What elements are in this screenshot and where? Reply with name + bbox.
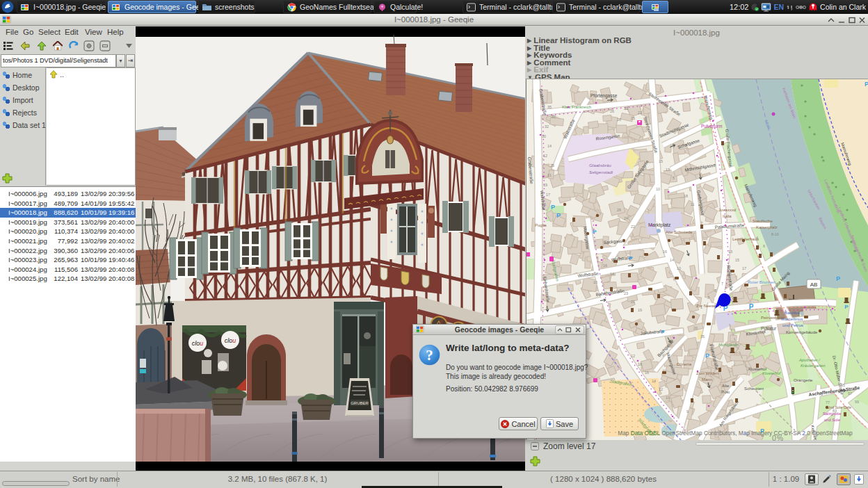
svg-text:17: 17	[546, 193, 550, 197]
svg-text:23: 23	[624, 106, 628, 111]
svg-text:19: 19	[543, 183, 547, 187]
svg-text:23: 23	[624, 291, 628, 295]
svg-text:P: P	[836, 275, 840, 282]
svg-text:83: 83	[833, 409, 837, 413]
svg-text:Map Data ODBL OpenStreetMap Co: Map Data ODBL OpenStreetMap Contributors…	[618, 430, 853, 437]
svg-text:12: 12	[543, 154, 547, 158]
svg-text:16: 16	[663, 250, 667, 254]
svg-text:Staufische: Staufische	[753, 218, 773, 223]
svg-text:9: 9	[686, 409, 689, 414]
svg-text:P: P	[593, 229, 597, 235]
svg-text:3: 3	[707, 295, 709, 300]
svg-text:77: 77	[826, 400, 830, 405]
svg-text:18: 18	[684, 194, 688, 198]
svg-text:99: 99	[855, 400, 859, 404]
svg-text:10: 10	[666, 396, 670, 400]
svg-text:Zur Neewe: Zur Neewe	[696, 304, 717, 308]
svg-text:Roter Brunnen: Roter Brunnen	[748, 279, 776, 284]
svg-text:5: 5	[714, 288, 716, 293]
svg-text:P: P	[629, 255, 633, 261]
svg-text:18: 18	[638, 362, 642, 366]
svg-text:19: 19	[638, 308, 642, 312]
svg-text:21: 21	[638, 111, 642, 115]
svg-text:Leinreiterhaus: Leinreiterhaus	[732, 237, 759, 241]
svg-text:Italia: Italia	[723, 214, 732, 218]
svg-text:16: 16	[603, 263, 607, 268]
svg-text:31: 31	[552, 115, 556, 119]
svg-text:14: 14	[610, 272, 614, 276]
svg-text:4: 4	[756, 236, 758, 240]
svg-text:Döneria: Döneria	[677, 362, 692, 366]
svg-text:15: 15	[542, 202, 546, 206]
svg-text:95: 95	[841, 383, 845, 387]
svg-text:13: 13	[728, 250, 732, 254]
svg-text:Klosterhof: Klosterhof	[762, 371, 781, 375]
svg-text:15: 15	[659, 159, 663, 163]
svg-text:Pfortengasse: Pfortengasse	[590, 93, 618, 99]
svg-text:und Sole: und Sole	[824, 418, 840, 422]
svg-text:35: 35	[547, 105, 552, 109]
svg-text:Zum Wilden: Zum Wilden	[696, 371, 718, 375]
svg-text:14: 14	[547, 144, 552, 148]
svg-text:11: 11	[691, 202, 695, 206]
svg-text:P: P	[865, 81, 868, 88]
svg-text:Pulverturm: Pulverturm	[701, 124, 722, 129]
svg-text:1: 1	[700, 305, 702, 309]
svg-text:14: 14	[670, 258, 674, 262]
svg-text:clou: clou	[192, 340, 204, 347]
svg-text:32: 32	[545, 124, 549, 129]
svg-text:12: 12	[659, 387, 663, 391]
svg-text:Puglia: Puglia	[535, 223, 547, 227]
svg-text:24: 24	[624, 216, 628, 220]
svg-text:26: 26	[617, 208, 621, 212]
svg-text:10: 10	[656, 187, 660, 191]
svg-text:35: 35	[700, 334, 705, 339]
svg-text:28: 28	[617, 117, 621, 122]
svg-text:Prälatur: Prälatur	[761, 326, 776, 331]
svg-text:P: P	[844, 304, 849, 310]
svg-text:Alte Schmiede: Alte Schmiede	[666, 230, 693, 234]
svg-text:30: 30	[542, 134, 546, 138]
svg-text:15: 15	[735, 258, 739, 262]
svg-text:10: 10	[677, 266, 681, 270]
svg-text:13: 13	[666, 168, 670, 172]
svg-text:25: 25	[550, 163, 554, 168]
svg-text:22: 22	[631, 225, 635, 229]
svg-text:+: +	[380, 4, 383, 9]
svg-text:Jovaxxxd: Jovaxxxd	[718, 208, 736, 212]
svg-text:P: P	[661, 330, 665, 334]
svg-text:P: P	[749, 303, 754, 311]
svg-text:Kräutergarten: Kräutergarten	[801, 364, 825, 368]
svg-text:12: 12	[631, 354, 635, 358]
svg-text:97: 97	[848, 391, 852, 396]
svg-text:Konventgebäude: Konventgebäude	[786, 330, 818, 334]
svg-text:21: 21	[631, 300, 635, 304]
svg-text:Seligenstadt: Seligenstadt	[589, 170, 613, 174]
svg-text:Orangerie: Orangerie	[794, 377, 813, 382]
svg-text:Marcellinus: Marcellinus	[781, 316, 803, 321]
svg-text:10: 10	[593, 280, 597, 284]
svg-text:GRUBER: GRUBER	[351, 401, 369, 405]
svg-text:Apotheker /: Apotheker /	[798, 358, 821, 362]
svg-text:P: P	[705, 352, 709, 359]
svg-text:17: 17	[742, 266, 746, 270]
svg-text:Glaabsbräu: Glaabsbräu	[589, 163, 612, 168]
svg-text:21: 21	[547, 173, 552, 177]
svg-text:?: ?	[426, 347, 433, 364]
svg-text:Post: Post	[721, 390, 730, 394]
svg-text:und Petrus: und Petrus	[782, 323, 803, 327]
svg-text:Und Sole Cafe: Und Sole Cafe	[827, 405, 851, 409]
svg-text:26: 26	[610, 109, 614, 113]
svg-text:75: 75	[819, 392, 823, 396]
svg-text:25: 25	[631, 116, 635, 120]
svg-text:16: 16	[645, 371, 649, 375]
svg-text:Muhlgarten: Muhlgarten	[718, 343, 739, 347]
svg-text:5: 5	[673, 176, 675, 180]
svg-text:AB: AB	[810, 282, 818, 288]
svg-text:Petrusstatue: Petrusstatue	[761, 316, 785, 320]
svg-text:Scheunen: Scheunen	[744, 386, 764, 391]
svg-text:20: 20	[693, 326, 698, 330]
svg-text:Basilika: Basilika	[785, 310, 800, 315]
svg-text:P: P	[556, 212, 561, 219]
svg-text:Alte: Alte	[722, 384, 730, 388]
